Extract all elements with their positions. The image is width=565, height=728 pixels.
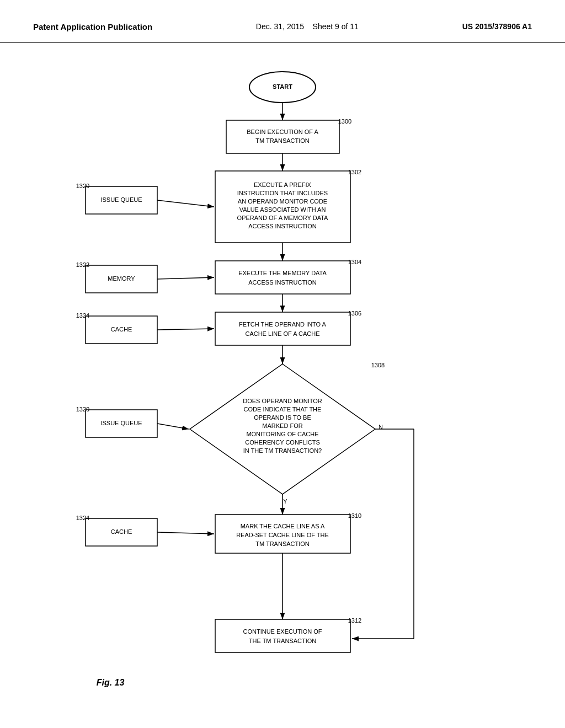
n1302-label: 1302 bbox=[348, 169, 361, 175]
n1308-label: 1308 bbox=[371, 362, 385, 368]
svg-line-26 bbox=[157, 532, 214, 534]
label-1322: 1322 bbox=[76, 261, 89, 268]
label-1320b: 1320 bbox=[76, 406, 89, 413]
issue-queue-bottom: ISSUE QUEUE bbox=[100, 420, 142, 426]
label-1320a: 1320 bbox=[76, 183, 89, 189]
n1302-line6: ACCESS INSTRUCTION bbox=[248, 223, 317, 229]
label-1324a: 1324 bbox=[76, 312, 89, 319]
svg-rect-13 bbox=[215, 312, 350, 345]
n1302-line1: EXECUTE A PREFIX bbox=[254, 181, 312, 188]
n1302-line3: AN OPERAND MONITOR CODE bbox=[238, 198, 327, 205]
memory-box: MEMORY bbox=[108, 275, 135, 282]
n1304-line2: ACCESS INSTRUCTION bbox=[248, 279, 317, 286]
n1306-line2: CACHE LINE OF A CACHE bbox=[245, 330, 319, 337]
n1300-text-line1: BEGIN EXECUTION OF A bbox=[247, 129, 318, 135]
n1308-line3: OPERAND IS TO BE bbox=[254, 414, 311, 421]
n1300-label: 1300 bbox=[338, 118, 351, 125]
n1310-line1: MARK THE CACHE LINE AS A bbox=[241, 523, 325, 529]
svg-line-11 bbox=[157, 277, 214, 279]
n1308-line2: CODE INDICATE THAT THE bbox=[244, 406, 322, 413]
svg-line-15 bbox=[157, 329, 214, 330]
start-label: START bbox=[273, 83, 292, 90]
cache-top: CACHE bbox=[111, 326, 132, 333]
n1302-line2: INSTRUCTION THAT INCLUDES bbox=[237, 190, 328, 196]
n1304-line1: EXECUTE THE MEMORY DATA bbox=[238, 270, 327, 276]
n1308-line5: MONITORING OF CACHE bbox=[246, 431, 318, 437]
cache-bottom: CACHE bbox=[111, 528, 132, 535]
n1308-line4: MARKED FOR bbox=[262, 422, 302, 429]
header-right: US 2015/378906 A1 bbox=[462, 22, 532, 31]
n1304-label: 1304 bbox=[348, 259, 361, 265]
n1310-line2: READ-SET CACHE LINE OF THE bbox=[236, 532, 329, 538]
header-center: Dec. 31, 2015 Sheet 9 of 11 bbox=[256, 22, 359, 31]
issue-queue-top: ISSUE QUEUE bbox=[100, 196, 142, 203]
n1306-label: 1306 bbox=[348, 310, 361, 317]
n1312-line1: CONTINUE EXECUTION OF bbox=[243, 628, 322, 635]
n1310-label: 1310 bbox=[348, 512, 361, 519]
n1302-line5: OPERAND OF A MEMORY DATA bbox=[237, 215, 328, 221]
svg-marker-17 bbox=[190, 364, 375, 494]
n1300-text-line2: TM TRANSACTION bbox=[255, 137, 310, 144]
label-1324b: 1324 bbox=[76, 515, 89, 521]
svg-line-7 bbox=[157, 200, 214, 207]
n1308-line1: DOES OPERAND MONITOR bbox=[243, 398, 322, 404]
header-left: Patent Application Publication bbox=[33, 22, 152, 31]
svg-line-19 bbox=[157, 424, 189, 429]
y-label: Y bbox=[283, 498, 287, 505]
figure-label: Fig. 13 bbox=[97, 678, 125, 687]
n1302-line4: VALUE ASSOCIATED WITH AN bbox=[239, 206, 326, 213]
svg-rect-28 bbox=[215, 619, 350, 652]
svg-rect-9 bbox=[215, 261, 350, 294]
n1308-line7: IN THE TM TRANSACTION? bbox=[243, 447, 322, 454]
n1310-line3: TM TRANSACTION bbox=[255, 540, 310, 547]
page-header: Patent Application Publication Dec. 31, … bbox=[0, 0, 565, 43]
n1312-label: 1312 bbox=[348, 617, 361, 624]
n1308-line6: COHERENCY CONFLICTS bbox=[245, 439, 319, 446]
n1312-line2: THE TM TRANSACTION bbox=[249, 638, 316, 644]
diagram-area: START BEGIN EXECUTION OF A TM TRANSACTIO… bbox=[0, 43, 565, 716]
n1306-line1: FETCH THE OPERAND INTO A bbox=[239, 321, 327, 328]
